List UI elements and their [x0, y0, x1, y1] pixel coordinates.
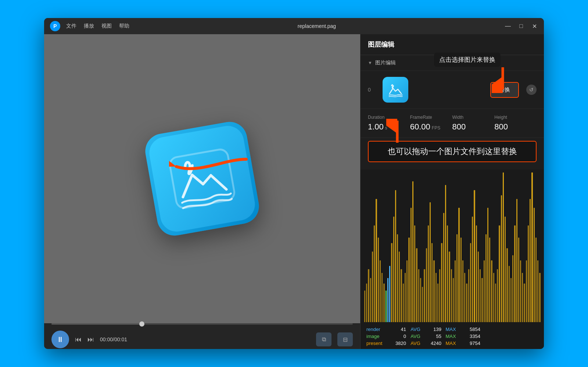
chart-bar — [458, 208, 459, 322]
chart-bar — [530, 199, 531, 322]
forward-button[interactable]: ⏭ — [87, 336, 94, 343]
chart-bar — [506, 248, 508, 322]
chart-bar — [491, 260, 492, 322]
chart-bar — [386, 291, 387, 322]
chart-bar — [439, 269, 440, 322]
chart-bar — [418, 269, 419, 322]
menu-help[interactable]: 帮助 — [119, 23, 129, 29]
chart-bar — [431, 243, 433, 322]
menu-play[interactable]: 播放 — [84, 23, 94, 29]
chart-bar — [497, 269, 498, 322]
pause-icon: ⏸ — [57, 335, 64, 344]
replace-button[interactable]: 替换 — [490, 82, 519, 98]
chart-bar — [453, 278, 454, 322]
progress-bar[interactable] — [51, 323, 353, 325]
chart-bar — [468, 269, 469, 322]
preview-icon — [143, 119, 262, 238]
maximize-button[interactable]: □ — [517, 23, 525, 29]
chart-bar — [397, 234, 398, 322]
chart-bar — [372, 252, 373, 322]
chart-bar — [428, 225, 429, 322]
chart-bar — [466, 284, 467, 322]
chart-bar — [520, 260, 521, 322]
chart-bar — [433, 260, 434, 322]
section-image-edit[interactable]: ▼ 图片编辑 — [361, 55, 544, 71]
layer-index: 0 — [368, 87, 375, 93]
chart-bar — [370, 278, 371, 322]
chart-bar — [470, 243, 471, 322]
menu-file[interactable]: 文件 — [66, 23, 76, 29]
chart-bar — [495, 284, 496, 322]
reset-button[interactable]: ↺ — [526, 85, 537, 95]
right-panel: 图层编辑 ▼ 图片编辑 点击选择图片来替换 — [360, 34, 544, 349]
chart-bar — [424, 269, 425, 322]
chart-bar — [451, 269, 452, 322]
chart-bar — [539, 273, 540, 322]
chart-bar — [510, 278, 512, 322]
chart-bar — [518, 238, 519, 322]
chart-bar — [489, 238, 490, 322]
chart-bar — [464, 273, 465, 322]
progress-fill — [51, 323, 142, 325]
chart-bar — [528, 225, 529, 322]
drag-area-section: 也可以拖动一个图片文件到这里替换 — [361, 141, 544, 167]
chart-bar — [531, 172, 533, 322]
chart-bar — [478, 252, 479, 322]
video-controls: ⏸ ⏮ ⏭ 00:00/00:01 ⧉ ⊟ — [44, 323, 360, 349]
stat-framerate: FrameRate 60.00 FPS — [410, 115, 452, 132]
main-content: ⏸ ⏮ ⏭ 00:00/00:01 ⧉ ⊟ 图层编辑 — [44, 34, 544, 349]
image-editor-section: 点击选择图片来替换 0 — [361, 71, 544, 109]
chart-bar — [378, 238, 379, 322]
image-editor-row: 0 替换 ↺ — [361, 71, 544, 109]
minimize-button[interactable]: — — [504, 23, 512, 29]
thumbnail-icon — [387, 82, 404, 98]
chart-bar — [410, 208, 412, 322]
chart-bar — [455, 260, 456, 322]
chart-bar — [393, 217, 394, 322]
chart-bar — [462, 260, 463, 322]
chart-bar — [534, 208, 535, 322]
compare-button[interactable]: ⊟ — [337, 332, 353, 346]
time-display: 00:00/00:01 — [100, 336, 310, 342]
chart-bar — [441, 243, 442, 322]
panel-header: 图层编辑 — [361, 34, 544, 55]
chart-bar — [437, 284, 438, 322]
chart-bar — [499, 225, 500, 322]
menu-view[interactable]: 视图 — [101, 23, 112, 29]
chart-bar — [526, 260, 527, 322]
chart-bar — [426, 248, 427, 322]
chart-bar — [368, 269, 369, 322]
chart-bar — [403, 284, 404, 322]
chart-bar — [420, 278, 421, 322]
chart-bar — [456, 234, 458, 322]
screenshot-button[interactable]: ⧉ — [316, 332, 331, 346]
perf-render-row: render 41 AVG 139 MAX 5854 — [366, 327, 538, 332]
chart-bar — [412, 181, 413, 322]
chart-bar — [408, 238, 409, 322]
chart-bar — [366, 284, 367, 322]
perf-image-row: image 0 AVG 55 MAX 3354 — [366, 334, 538, 339]
chart-bar — [395, 190, 396, 322]
pause-button[interactable]: ⏸ — [51, 331, 69, 348]
chart-bar — [405, 273, 406, 322]
screenshot-icon: ⧉ — [322, 336, 326, 343]
compare-icon: ⊟ — [343, 336, 348, 343]
rewind-button[interactable]: ⏮ — [75, 336, 82, 343]
chart-bar — [391, 243, 392, 322]
stat-duration: Duration 1.00 s — [368, 115, 410, 132]
chart-bar — [430, 202, 431, 322]
section-label: 图片编辑 — [375, 60, 396, 66]
drag-drop-area[interactable]: 也可以拖动一个图片文件到这里替换 — [368, 141, 537, 162]
chart-bar — [416, 248, 417, 322]
app-logo: P — [50, 21, 60, 31]
close-button[interactable]: ✕ — [531, 23, 538, 30]
stats-table: render 41 AVG 139 MAX 5854 image 0 AVG 5… — [361, 324, 544, 349]
window-controls: — □ ✕ — [504, 23, 538, 30]
chart-bar — [472, 217, 473, 322]
chart-bar — [387, 278, 388, 322]
chart-bar — [381, 273, 383, 322]
chart-bar — [514, 225, 515, 322]
progress-handle[interactable] — [139, 321, 144, 327]
app-window: P 文件 播放 视图 帮助 replacement.pag — □ ✕ — [44, 18, 544, 349]
image-thumbnail[interactable] — [383, 77, 408, 103]
